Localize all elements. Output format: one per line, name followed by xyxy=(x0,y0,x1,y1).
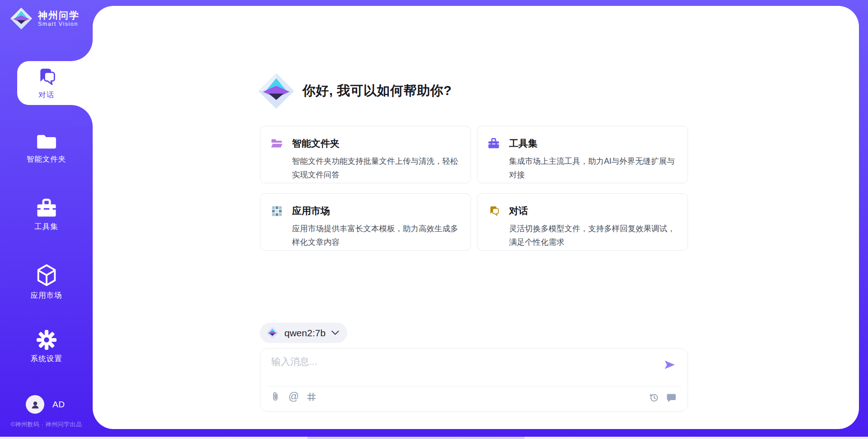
person-icon xyxy=(30,399,41,410)
model-selector[interactable]: qwen2:7b xyxy=(260,323,347,343)
card-toolbox[interactable]: 工具集 集成市场上主流工具，助力AI与外界无缝扩展与对接 xyxy=(477,126,688,183)
brand-name: 神州问学 xyxy=(38,10,80,21)
model-name: qwen2:7b xyxy=(284,328,326,339)
card-title: 应用市场 xyxy=(292,205,330,217)
feature-cards: 智能文件夹 智能文件夹功能支持批量文件上传与清洗，轻松实现文件问答 工具集 集成… xyxy=(260,126,688,251)
chevron-down-icon xyxy=(331,330,339,335)
message-input[interactable] xyxy=(270,354,655,382)
scrollbar-thumb[interactable] xyxy=(307,437,524,439)
hash-icon[interactable] xyxy=(307,392,316,402)
paperclip-icon[interactable] xyxy=(270,391,281,402)
sidebar-item-app-market[interactable]: 应用市场 xyxy=(0,264,93,301)
card-description: 灵活切换多模型文件，支持多样回复效果调试，满足个性化需求 xyxy=(509,222,679,249)
toolbox-icon xyxy=(36,199,57,218)
sidebar-item-label: 对话 xyxy=(38,90,54,100)
card-title: 工具集 xyxy=(509,137,538,150)
sidebar-footer-credit: ©神州数码 · 神州问学出品 xyxy=(0,420,93,429)
chat-icon xyxy=(487,205,500,216)
grid-cube-icon xyxy=(270,206,283,216)
model-logo-icon xyxy=(266,327,278,339)
send-icon[interactable] xyxy=(664,359,676,370)
composer-toolbar: @ xyxy=(270,391,316,402)
card-chat[interactable]: 对话 灵活切换多模型文件，支持多样回复效果调试，满足个性化需求 xyxy=(477,193,688,251)
user-account[interactable]: AD xyxy=(26,395,65,414)
sidebar-item-label: 系统设置 xyxy=(31,354,62,364)
message-composer: @ xyxy=(260,348,688,412)
at-icon[interactable]: @ xyxy=(288,391,299,402)
gear-icon xyxy=(37,330,57,350)
card-title: 智能文件夹 xyxy=(292,137,340,150)
card-app-market[interactable]: 应用市场 应用市场提供丰富长文本模板，助力高效生成多样化文章内容 xyxy=(260,193,471,251)
card-smart-folder[interactable]: 智能文件夹 智能文件夹功能支持批量文件上传与清洗，轻松实现文件问答 xyxy=(260,126,471,183)
brand-logo-icon xyxy=(10,7,33,30)
greeting-title: 你好, 我可以如何帮助你? xyxy=(302,82,452,100)
active-tab-curve-top xyxy=(71,39,93,61)
avatar xyxy=(26,395,44,414)
app-root: 神州问学 Smart Vision 对话 智能文件夹 xyxy=(0,0,868,439)
sidebar-item-toolbox[interactable]: 工具集 xyxy=(0,199,93,232)
composer-right-actions xyxy=(649,392,677,403)
chat-icon xyxy=(36,67,57,86)
message-icon[interactable] xyxy=(666,393,677,403)
sidebar-item-label: 应用市场 xyxy=(31,291,62,301)
brand-header: 神州问学 Smart Vision xyxy=(10,7,80,30)
toolbox-icon xyxy=(487,138,500,149)
horizontal-scrollbar[interactable] xyxy=(0,437,868,439)
sidebar-item-settings[interactable]: 系统设置 xyxy=(0,330,93,364)
hero-logo-icon xyxy=(258,72,295,110)
greeting-header: 你好, 我可以如何帮助你? xyxy=(258,72,452,110)
sidebar-item-smart-folder[interactable]: 智能文件夹 xyxy=(0,133,93,164)
composer-divider xyxy=(267,386,681,387)
history-icon[interactable] xyxy=(649,392,659,403)
card-description: 智能文件夹功能支持批量文件上传与清洗，轻松实现文件问答 xyxy=(292,154,462,181)
sidebar-item-label: 智能文件夹 xyxy=(27,154,66,164)
active-tab-curve-bottom xyxy=(71,105,93,127)
card-title: 对话 xyxy=(509,205,528,217)
brand-subtitle: Smart Vision xyxy=(38,21,80,27)
user-initials: AD xyxy=(52,400,65,410)
card-description: 应用市场提供丰富长文本模板，助力高效生成多样化文章内容 xyxy=(292,222,462,249)
sidebar-item-chat[interactable]: 对话 xyxy=(0,67,93,100)
folder-open-icon xyxy=(270,138,283,149)
folder-icon xyxy=(36,133,57,150)
sidebar-item-label: 工具集 xyxy=(34,222,58,232)
card-description: 集成市场上主流工具，助力AI与外界无缝扩展与对接 xyxy=(509,154,679,181)
cube-icon xyxy=(37,264,57,286)
